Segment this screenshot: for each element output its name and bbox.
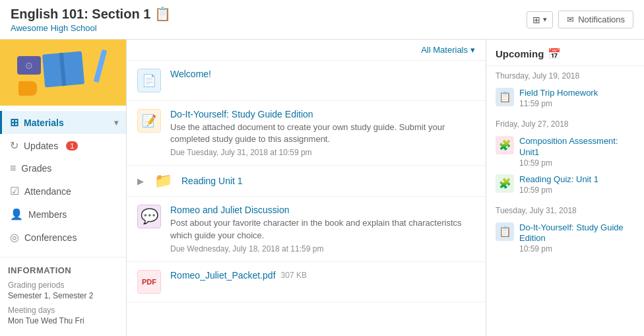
materials-list: 📄 Welcome! 📝 Do-It-Yourself: Study Guide… [127, 61, 486, 302]
item-time: 11:59 pm [519, 99, 635, 108]
title-text: English 101: Section 1 [11, 7, 150, 22]
list-item: 📋 Field Trip Homework 11:59 pm [496, 84, 635, 112]
date-group: Tuesday, July 31, 2018 📋 Do-It-Yourself:… [486, 201, 644, 260]
item-due-date: Due Tuesday, July 31, 2018 at 10:59 pm [170, 148, 475, 157]
chevron-down-icon: ▾ [543, 15, 547, 24]
sidebar-item-label: Conferences [24, 232, 77, 243]
item-due-date: Due Wednesday, July 18, 2018 at 11:59 pm [170, 244, 475, 253]
title-icon: 📋 [154, 6, 171, 22]
sidebar-item-label: Updates [24, 141, 58, 151]
sidebar-item-grades[interactable]: ≡ Grades [0, 157, 126, 180]
camera-illustration [17, 56, 41, 75]
item-description: Use the attached document to create your… [170, 121, 475, 145]
pdf-icon: PDF [137, 270, 161, 294]
assessment-icon: 🧩 [496, 136, 514, 154]
updates-badge: 1 [66, 141, 78, 151]
sidebar-item-materials[interactable]: ⊞ Materials ▾ [0, 111, 126, 134]
grades-icon: ≡ [10, 162, 16, 174]
list-item: 📄 Welcome! [127, 61, 486, 101]
item-title[interactable]: Romeo_Juliet_Packet.pdf [170, 270, 276, 281]
item-body: Field Trip Homework 11:59 pm [519, 88, 635, 108]
item-description: Post about your favorite character in th… [170, 217, 475, 241]
list-item: 🧩 Reading Quiz: Unit 1 10:59 pm [496, 171, 635, 198]
item-title[interactable]: Do-It-Yourself: Study Guide Edition [170, 109, 475, 119]
date-label: Tuesday, July 31, 2018 [496, 206, 635, 215]
notifications-button[interactable]: ✉ Notifications [558, 11, 633, 28]
item-title[interactable]: Reading Quiz: Unit 1 [519, 174, 635, 185]
hero-illustration [11, 43, 116, 102]
list-item[interactable]: ▶ 📁 Reading Unit 1 [127, 166, 486, 197]
view-toggle-button[interactable]: ⊞ ▾ [527, 11, 553, 28]
header: English 101: Section 1 📋 Awesome High Sc… [0, 0, 644, 40]
sidebar-item-label: Materials [24, 118, 64, 128]
homework-icon: 📋 [496, 88, 514, 106]
meeting-days-label: Meeting days [8, 306, 118, 315]
sidebar-item-label: Members [28, 209, 67, 220]
grid-icon: ⊞ [532, 15, 540, 25]
chevron-down-icon: ▾ [470, 45, 475, 55]
materials-icon: ⊞ [10, 116, 18, 129]
discussion-icon: 💬 [137, 205, 161, 228]
members-icon: 👤 [10, 208, 23, 220]
sidebar: ⊞ Materials ▾ ↻ Updates 1 ≡ Grades ☑ Att… [0, 40, 127, 336]
updates-icon: ↻ [10, 139, 18, 152]
information-title: Information [8, 265, 118, 275]
item-time: 10:59 pm [519, 244, 635, 253]
calendar-icon: 📅 [548, 48, 561, 60]
assignment-icon: 📋 [496, 222, 514, 241]
item-title[interactable]: Composition Assessment: Unit1 [519, 136, 635, 158]
date-label: Friday, July 27, 2018 [496, 119, 635, 129]
course-hero-image [0, 40, 127, 106]
file-size: 307 KB [281, 271, 307, 280]
attendance-icon: ☑ [10, 185, 19, 197]
folder-title: Reading Unit 1 [181, 176, 243, 186]
all-materials-button[interactable]: All Materials ▾ [421, 45, 475, 55]
grading-periods-label: Grading periods [8, 281, 118, 290]
sidebar-navigation: ⊞ Materials ▾ ↻ Updates 1 ≡ Grades ☑ Att… [0, 106, 126, 254]
content-header: All Materials ▾ [127, 40, 486, 61]
chevron-right-icon: ▾ [114, 118, 118, 127]
megaphone-illustration [18, 81, 37, 96]
grading-periods-value: Semester 1, Semester 2 [8, 291, 118, 300]
item-title[interactable]: Field Trip Homework [519, 88, 635, 99]
sidebar-item-attendance[interactable]: ☑ Attendance [0, 180, 126, 203]
book-illustration [42, 51, 84, 87]
upcoming-title: Upcoming [496, 48, 544, 59]
list-item: 💬 Romeo and Juliet Discussion Post about… [127, 197, 486, 261]
sidebar-item-members[interactable]: 👤 Members [0, 203, 126, 226]
item-body: Do-It-Yourself: Study Guide Edition Use … [170, 109, 475, 157]
envelope-icon: ✉ [567, 15, 574, 24]
school-name[interactable]: Awesome High School [11, 23, 171, 33]
meeting-days-value: Mon Tue Wed Thu Fri [8, 316, 118, 325]
item-title[interactable]: Romeo and Juliet Discussion [170, 205, 475, 215]
header-actions: ⊞ ▾ ✉ Notifications [527, 11, 633, 28]
sidebar-item-conferences[interactable]: ◎ Conferences [0, 226, 126, 249]
conferences-icon: ◎ [10, 231, 19, 244]
item-body: Do-It-Yourself: Study Guide Edition 10:5… [519, 222, 635, 254]
page-title: English 101: Section 1 📋 [11, 6, 171, 22]
sidebar-item-updates[interactable]: ↻ Updates 1 [0, 134, 126, 157]
list-item: 📋 Do-It-Yourself: Study Guide Edition 10… [496, 219, 635, 257]
folder-icon: 📁 [154, 172, 172, 189]
upcoming-header: Upcoming 📅 [486, 40, 644, 66]
main-layout: ⊞ Materials ▾ ↻ Updates 1 ≡ Grades ☑ Att… [0, 40, 644, 336]
item-title[interactable]: Do-It-Yourself: Study Guide Edition [519, 222, 635, 245]
pencil-illustration [94, 50, 108, 83]
item-body: Welcome! [170, 69, 475, 79]
header-left: English 101: Section 1 📋 Awesome High Sc… [11, 6, 171, 33]
assignment-icon: 📝 [137, 109, 161, 133]
sidebar-item-label: Attendance [24, 186, 71, 197]
list-item: 📝 Do-It-Yourself: Study Guide Edition Us… [127, 101, 486, 166]
sidebar-item-label: Grades [21, 163, 51, 174]
document-icon: 📄 [137, 69, 161, 92]
expand-icon: ▶ [137, 176, 145, 186]
item-time: 10:59 pm [519, 158, 635, 168]
sidebar-information: Information Grading periods Semester 1, … [0, 257, 126, 336]
item-body: Romeo_Juliet_Packet.pdf 307 KB [170, 270, 475, 281]
item-title[interactable]: Welcome! [170, 69, 475, 79]
all-materials-label: All Materials [421, 45, 468, 55]
content-area: All Materials ▾ 📄 Welcome! 📝 Do-It-Yours… [127, 40, 486, 336]
upcoming-panel: Upcoming 📅 Thursday, July 19, 2018 📋 Fie… [486, 40, 644, 336]
item-time: 10:59 pm [519, 185, 635, 195]
date-group: Thursday, July 19, 2018 📋 Field Trip Hom… [486, 66, 644, 114]
